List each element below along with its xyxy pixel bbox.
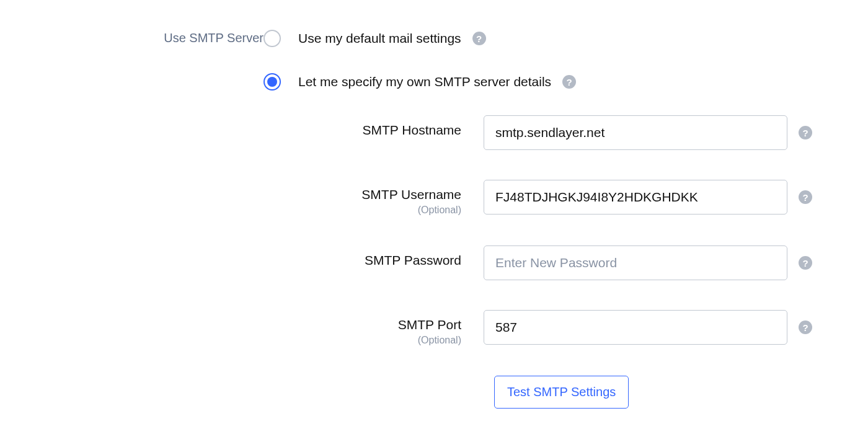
help-icon[interactable]: ?	[799, 126, 812, 139]
port-label: SMTP Port	[398, 317, 461, 332]
radio-custom-label: Let me specify my own SMTP server detail…	[298, 74, 551, 89]
optional-label: (Optional)	[418, 205, 461, 216]
radio-custom-smtp[interactable]: Let me specify my own SMTP server detail…	[264, 73, 812, 91]
help-icon[interactable]: ?	[562, 75, 576, 89]
help-icon[interactable]: ?	[472, 32, 486, 45]
radio-circle-selected	[264, 73, 281, 91]
username-input[interactable]	[484, 180, 787, 214]
radio-inner-dot	[267, 77, 277, 87]
help-icon[interactable]: ?	[799, 321, 812, 334]
section-label: Use SMTP Server	[164, 31, 264, 45]
hostname-input[interactable]	[484, 115, 787, 150]
port-input[interactable]	[484, 310, 787, 345]
help-icon[interactable]: ?	[799, 256, 812, 270]
password-input[interactable]	[484, 245, 787, 280]
username-label: SMTP Username	[361, 187, 461, 202]
radio-default-mail[interactable]: Use my default mail settings ?	[264, 30, 812, 47]
radio-circle-unselected	[264, 30, 281, 47]
hostname-label: SMTP Hostname	[363, 123, 462, 138]
radio-default-label: Use my default mail settings	[298, 31, 461, 46]
help-icon[interactable]: ?	[799, 190, 812, 204]
password-label: SMTP Password	[365, 253, 461, 268]
optional-label: (Optional)	[418, 335, 461, 346]
test-smtp-button[interactable]: Test SMTP Settings	[494, 376, 629, 409]
